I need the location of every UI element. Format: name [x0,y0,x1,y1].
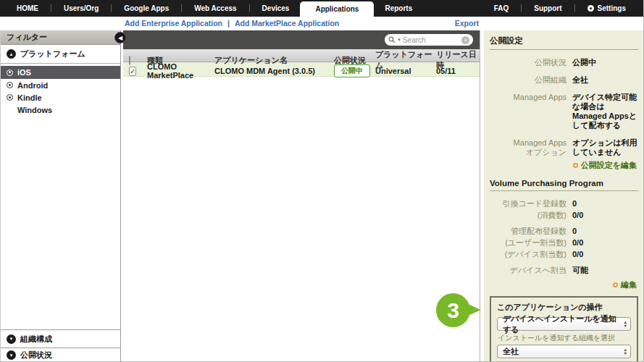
field-label: 管理配布登録数 [490,227,566,236]
link-separator: | [227,19,230,28]
filter-dot-icon [7,70,13,76]
nav-utility: FAQ Support Settings [483,0,637,17]
platform-label: Windows [17,106,52,114]
accordion-collapsed-icon [7,350,16,360]
add-marketplace-application-link[interactable]: Add MarketPlace Application [235,19,339,28]
field-value: 0/0 [572,211,638,220]
platform-label: iOS [17,68,31,77]
field-label: (ユーザー割当数) [490,238,566,248]
nav-item-faq[interactable]: FAQ [483,0,520,17]
search-box: ▼ × [385,34,473,46]
export-link[interactable]: Export [455,19,479,28]
field-label: Managed Apps オプション [490,138,566,157]
sidebar-item-ios[interactable]: iOS [1,66,120,79]
field-value: 0 [572,227,638,236]
action-select[interactable]: デバイスへインストールを通知する [497,317,631,331]
org-select[interactable]: 全社 [497,345,631,358]
sidebar-item-kindle[interactable]: Kindle [1,91,120,104]
publish-status-label: 公開状況 [20,350,52,361]
edit-publish-settings-label: 公開設定を編集 [581,160,637,171]
field-label: Managed Apps [490,93,566,130]
field-value: 全社 [572,75,638,85]
nav-separator [574,4,575,12]
application-list: ▼ × 種類 アプリケーション名 公開状況 プラットフォーム リリース日時 CL… [123,30,480,362]
nav-item-home[interactable]: HOME [6,0,49,17]
nav-separator [181,4,182,12]
org-select-value: 全社 [503,346,519,357]
search-clear-icon[interactable]: × [461,36,469,44]
nav-separator [111,4,112,12]
publish-status-row: 公開状況 公開中 [490,58,638,67]
field-value: オプションは利用していません [572,138,638,157]
detail-panel: 公開設定 公開状況 公開中 公開組織 全社 Managed Apps デバイス特… [484,30,644,362]
vpp-row: 引換コード登録数 0 [490,199,638,209]
sidebar-item-android[interactable]: Android [1,79,120,91]
managed-value-line2: Managed Appsとして配布する [572,111,638,130]
filter-header: フィルター [1,30,120,45]
vpp-row: デバイスへ割当 可能 [490,266,638,275]
edit-vpp-link[interactable]: 編集 [490,279,637,290]
accordion-expanded-icon [7,49,16,59]
nav-settings-label: Settings [598,4,626,12]
field-label: 公開組織 [490,75,566,85]
filter-dot-icon [7,94,13,101]
select-stepper-icon [624,321,627,328]
application-operations-box: このアプリケーションの操作 デバイスへインストールを通知する インストールを通知… [490,296,638,362]
cell-release: 05/11 [436,67,480,75]
filter-sidebar: フィルター プラットフォーム iOS Android Kindle Window… [0,30,121,362]
row-checkbox[interactable] [129,67,136,76]
nav-item-web-access[interactable]: Web Access [183,0,247,17]
table-header: 種類 アプリケーション名 公開状況 プラットフォーム リリース日時 [123,49,480,62]
publish-settings-title: 公開設定 [490,33,638,50]
orange-bullet-icon [613,282,618,287]
publish-status-section[interactable]: 公開状況 [1,348,120,362]
org-structure-section[interactable]: 組織構成 [1,329,120,348]
org-structure-label: 組織構成 [20,334,52,345]
field-label: デバイスへ割当 [490,266,566,275]
nav-item-reports[interactable]: Reports [374,0,423,17]
nav-item-applications-active[interactable]: Applications [300,1,374,17]
top-nav: HOME Users/Org Google Apps Web Access De… [0,0,644,17]
nav-item-devices[interactable]: Devices [251,0,301,17]
list-toolbar: ▼ × [123,30,480,49]
field-label: (デバイス割当数) [490,250,566,259]
orange-bullet-icon [573,163,578,168]
edit-publish-settings-link[interactable]: 公開設定を編集 [490,160,637,171]
field-label: (消費数) [490,211,566,220]
cell-platform: Universal [375,67,436,75]
nav-separator [249,4,250,12]
select-all-checkbox[interactable] [129,56,130,65]
managed-apps-option-row: Managed Apps オプション オプションは利用していません [490,138,638,157]
annotation-circle: 3 [436,293,470,327]
platform-section-header[interactable]: プラットフォーム [1,45,120,64]
nav-item-settings[interactable]: Settings [577,0,637,17]
vpp-title: Volume Purchasing Program [490,177,638,191]
sidebar-collapse-icon[interactable] [114,32,126,43]
field-label: 引換コード登録数 [490,199,566,209]
nav-item-support[interactable]: Support [523,0,572,17]
search-input[interactable] [403,36,460,44]
search-scope-caret-icon[interactable]: ▼ [397,38,401,42]
field-label: 公開状況 [490,58,566,67]
actions-bar: Add Enterprise Application | Add MarketP… [0,17,644,30]
nav-separator [51,4,51,12]
field-value: デバイス特定可能な場合は Managed Appsとして配布する [572,93,638,130]
vpp-row: (デバイス割当数) 0/0 [490,250,638,259]
nav-separator [521,4,522,12]
platform-label: Kindle [17,93,42,102]
option-label-line2: オプション [490,148,566,157]
app-window: HOME Users/Org Google Apps Web Access De… [0,0,644,362]
managed-value-line1: デバイス特定可能な場合は [572,93,638,111]
sidebar-item-windows[interactable]: Windows [1,104,120,116]
nav-item-users-org[interactable]: Users/Org [53,0,109,17]
add-enterprise-application-link[interactable]: Add Enterprise Application [125,19,222,28]
nav-item-google-apps[interactable]: Google Apps [113,0,180,17]
publish-org-row: 公開組織 全社 [490,75,638,85]
platform-label: Android [17,81,48,90]
action-select-value: デバイスへインストールを通知する [503,313,624,335]
field-value: 0 [572,199,638,209]
filter-title: フィルター [7,32,47,43]
cell-type: CLOMO MarketPlace [147,62,214,80]
vpp-row: (消費数) 0/0 [490,211,638,220]
nav-tabs: HOME Users/Org Google Apps Web Access De… [6,0,423,17]
